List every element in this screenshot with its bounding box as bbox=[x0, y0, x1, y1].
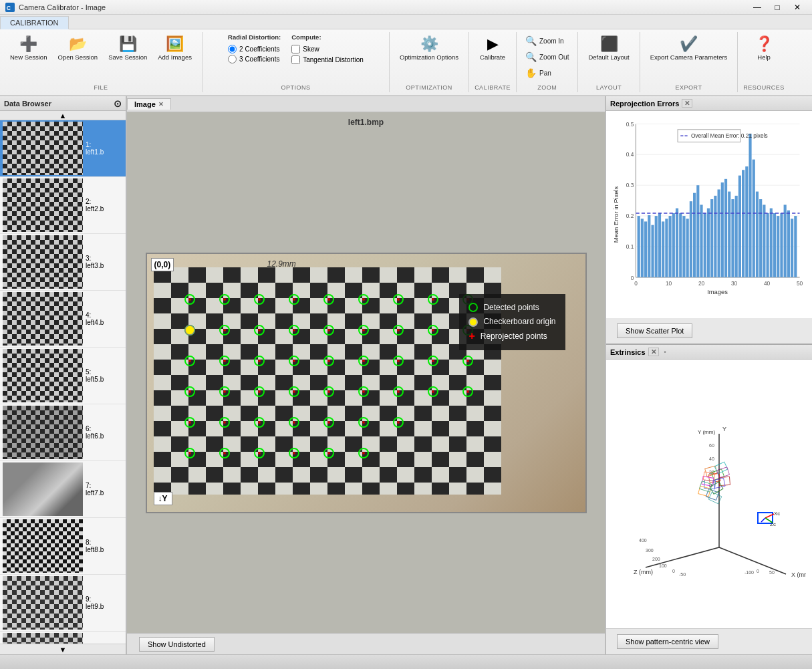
svg-rect-136 bbox=[693, 193, 696, 277]
svg-text:Images: Images bbox=[707, 289, 728, 295]
zoom-in-label: Zoom In bbox=[539, 37, 564, 45]
export-parameters-button[interactable]: ✔️ Export Camera Parameters bbox=[646, 33, 732, 64]
svg-rect-143 bbox=[718, 189, 720, 277]
show-undistorted-button[interactable]: Show Undistorted bbox=[139, 637, 215, 652]
svg-text:30: 30 bbox=[731, 280, 738, 287]
list-item[interactable]: 4:left4.b bbox=[0, 291, 126, 348]
svg-point-44 bbox=[188, 360, 191, 362]
svg-point-27 bbox=[223, 329, 226, 331]
svg-rect-158 bbox=[770, 209, 773, 277]
measurement-text: 12.9mm bbox=[267, 259, 296, 269]
list-item[interactable]: 6:left6.b bbox=[0, 404, 126, 461]
list-item[interactable]: 9:left9.b bbox=[0, 575, 126, 632]
close-button[interactable]: ✕ bbox=[788, 0, 807, 15]
data-browser-scroll-up[interactable]: ▲ bbox=[0, 111, 126, 120]
list-item[interactable]: 5:left5.b bbox=[0, 348, 126, 404]
tab-calibration[interactable]: CALIBRATION bbox=[0, 16, 69, 29]
radio-3-coefficients[interactable]: 3 Coefficients bbox=[228, 55, 281, 63]
svg-point-72 bbox=[362, 390, 365, 393]
main-content: Data Browser ⊙ ▲ 1:left1.b 2:left2.b bbox=[0, 96, 812, 654]
default-layout-button[interactable]: ⬛ Default Layout bbox=[583, 33, 634, 64]
svg-text:Mean Error in Pixels: Mean Error in Pixels bbox=[613, 186, 620, 243]
optimization-options-button[interactable]: ⚙️ Optimization Options bbox=[395, 33, 463, 64]
svg-text:0.4: 0.4 bbox=[626, 151, 634, 158]
zoom-out-icon: 🔍 bbox=[525, 51, 537, 62]
list-item[interactable]: 1:left1.b bbox=[0, 120, 126, 177]
svg-rect-154 bbox=[756, 192, 759, 277]
svg-text:400: 400 bbox=[639, 538, 647, 543]
new-session-button[interactable]: ➕ New Session bbox=[5, 33, 51, 64]
svg-point-66 bbox=[258, 390, 261, 393]
svg-rect-142 bbox=[714, 196, 716, 277]
svg-point-68 bbox=[293, 390, 295, 393]
ribbon-section-optimization: ⚙️ Optimization Options OPTIMIZATION bbox=[390, 32, 469, 92]
thumbnail-9 bbox=[3, 576, 83, 630]
reprojection-title: Reprojection Errors bbox=[610, 100, 679, 108]
save-session-button[interactable]: 💾 Save Session bbox=[104, 33, 152, 64]
list-item[interactable]: 8:left8.b bbox=[0, 518, 126, 575]
radio-2-coefficients[interactable]: 2 Coefficients bbox=[228, 45, 281, 53]
image-tab-close-icon[interactable]: ✕ bbox=[158, 101, 164, 108]
svg-point-13 bbox=[293, 298, 295, 301]
svg-rect-145 bbox=[724, 179, 727, 277]
pan-label: Pan bbox=[539, 70, 551, 77]
extrinsics-title: Extrinsics bbox=[610, 348, 646, 356]
open-session-button[interactable]: 📂 Open Session bbox=[53, 33, 102, 64]
ribbon-section-zoom: 🔍 Zoom In 🔍 Zoom Out ✋ Pan ZOOM bbox=[517, 32, 578, 92]
file-section-label: FILE bbox=[94, 83, 108, 91]
list-item[interactable]: 7:left7.b bbox=[0, 461, 126, 518]
pan-button[interactable]: ✋ Pan bbox=[522, 65, 555, 80]
extrinsics-close-icon[interactable]: ✕ bbox=[648, 348, 659, 356]
export-label: Export Camera Parameters bbox=[650, 53, 728, 61]
open-session-label: Open Session bbox=[57, 53, 98, 61]
ribbon-section-layout: ⬛ Default Layout LAYOUT bbox=[578, 32, 640, 92]
checkbox-tangential[interactable]: Tangential Distortion bbox=[291, 55, 364, 64]
svg-point-82 bbox=[223, 421, 226, 424]
svg-text:100: 100 bbox=[659, 563, 667, 568]
image-tab[interactable]: Image ✕ bbox=[127, 98, 171, 110]
checkbox-skew[interactable]: Skew bbox=[291, 45, 364, 53]
svg-text:300: 300 bbox=[646, 548, 654, 553]
show-scatter-plot-button[interactable]: Show Scatter Plot bbox=[617, 323, 692, 338]
list-item[interactable]: 3:left3.b bbox=[0, 234, 126, 291]
svg-rect-160 bbox=[777, 216, 779, 277]
export-icon: ✔️ bbox=[680, 37, 698, 51]
item-label-7: 7:left7.b bbox=[83, 482, 104, 497]
svg-text:Y (mm): Y (mm) bbox=[698, 429, 715, 435]
svg-point-29 bbox=[258, 329, 261, 331]
data-browser-scroll-down[interactable]: ▼ bbox=[0, 644, 126, 654]
svg-rect-129 bbox=[669, 216, 672, 277]
svg-point-100 bbox=[293, 452, 295, 454]
svg-text:-50: -50 bbox=[679, 572, 686, 577]
add-images-button[interactable]: 🖼️ Add Images bbox=[153, 33, 196, 64]
svg-point-58 bbox=[432, 360, 434, 362]
svg-text:60: 60 bbox=[709, 443, 714, 448]
reprojection-close-icon[interactable]: ✕ bbox=[682, 99, 692, 108]
svg-rect-149 bbox=[738, 176, 741, 277]
checkerboard-image: (0,0) 12.9mm Detected points Checkerboar… bbox=[146, 253, 587, 513]
calibrate-button[interactable]: ▶ Calibrate bbox=[475, 33, 510, 64]
svg-rect-123 bbox=[648, 215, 650, 277]
open-session-icon: 📂 bbox=[69, 37, 87, 51]
svg-text:Zc: Zc bbox=[770, 521, 776, 527]
zoom-in-button[interactable]: 🔍 Zoom In bbox=[522, 33, 567, 48]
svg-point-36 bbox=[362, 329, 365, 331]
svg-rect-163 bbox=[787, 211, 790, 277]
minimize-button[interactable]: — bbox=[748, 0, 767, 15]
svg-text:0: 0 bbox=[634, 280, 638, 287]
help-label: Help bbox=[757, 53, 771, 61]
image-footer: Show Undistorted bbox=[127, 633, 605, 654]
show-pattern-centric-button[interactable]: Show pattern-centric view bbox=[617, 634, 718, 649]
calibrate-icon: ▶ bbox=[487, 37, 499, 51]
list-item[interactable]: 10:left10. bbox=[0, 632, 126, 644]
maximize-button[interactable]: □ bbox=[768, 0, 787, 15]
help-button[interactable]: ❓ Help bbox=[748, 33, 780, 64]
data-browser-collapse-icon[interactable]: ⊙ bbox=[114, 98, 122, 109]
extrinsics-3d-chart: X (mm) Z (mm) Y 400 300 200 100 0 -50 -1… bbox=[612, 400, 806, 587]
svg-point-84 bbox=[258, 421, 261, 424]
zoom-out-button[interactable]: 🔍 Zoom Out bbox=[522, 49, 572, 64]
item-label-6: 6:left6.b bbox=[83, 425, 104, 440]
svg-rect-150 bbox=[742, 170, 745, 277]
list-item[interactable]: 2:left2.b bbox=[0, 177, 126, 234]
data-browser-header: Data Browser ⊙ bbox=[0, 96, 126, 111]
